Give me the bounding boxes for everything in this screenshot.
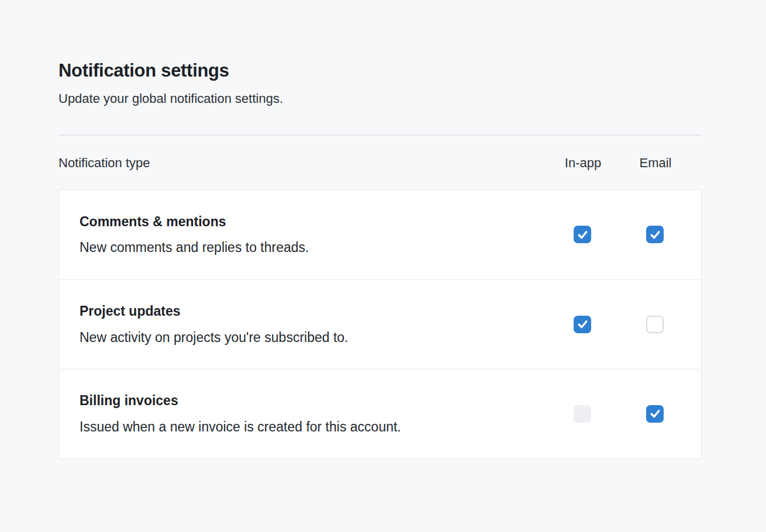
row-description: New activity on projects you're subscrib… xyxy=(80,329,544,346)
table-header: Notification type In-app Email xyxy=(58,156,702,171)
notification-settings-card: Comments & mentions New comments and rep… xyxy=(58,189,702,459)
email-checkbox[interactable] xyxy=(646,316,664,333)
checkmark-icon xyxy=(650,408,661,419)
column-headers-controls: In-app Email xyxy=(557,156,702,171)
notification-settings-page: Notification settings Update your global… xyxy=(58,0,702,459)
row-description: New comments and replies to threads. xyxy=(80,239,544,256)
email-checkbox[interactable] xyxy=(646,405,664,423)
in-app-checkbox[interactable] xyxy=(574,316,591,333)
checkmark-icon xyxy=(650,229,661,240)
checkmark-icon xyxy=(577,319,588,330)
page-title: Notification settings xyxy=(58,60,702,81)
row-description: Issued when a new invoice is created for… xyxy=(80,419,544,436)
column-header-email: Email xyxy=(639,156,671,171)
column-header-in-app: In-app xyxy=(565,156,601,171)
email-checkbox[interactable] xyxy=(646,226,664,243)
column-header-notification-type: Notification type xyxy=(58,156,557,171)
table-row-billing-invoices: Billing invoices Issued when a new invoi… xyxy=(59,369,701,458)
table-row-comments-mentions: Comments & mentions New comments and rep… xyxy=(59,190,701,279)
in-app-checkbox[interactable] xyxy=(574,226,591,243)
in-app-checkbox-disabled xyxy=(574,405,591,423)
row-title: Project updates xyxy=(80,303,544,320)
section-divider xyxy=(58,134,702,136)
row-title: Comments & mentions xyxy=(80,213,544,230)
table-row-project-updates: Project updates New activity on projects… xyxy=(59,279,701,369)
row-title: Billing invoices xyxy=(80,392,544,409)
page-subtitle: Update your global notification settings… xyxy=(58,91,702,108)
checkmark-icon xyxy=(577,229,588,240)
